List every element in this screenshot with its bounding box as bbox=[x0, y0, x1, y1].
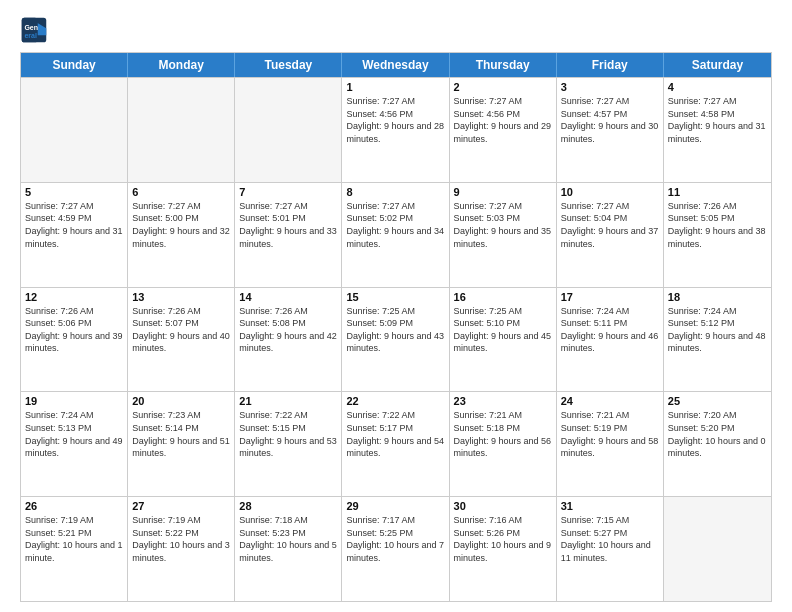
day-header-thursday: Thursday bbox=[450, 53, 557, 77]
day-number: 29 bbox=[346, 500, 444, 512]
day-info: Sunrise: 7:18 AM Sunset: 5:23 PM Dayligh… bbox=[239, 514, 337, 564]
day-info: Sunrise: 7:26 AM Sunset: 5:08 PM Dayligh… bbox=[239, 305, 337, 355]
day-cell-29: 29Sunrise: 7:17 AM Sunset: 5:25 PM Dayli… bbox=[342, 497, 449, 601]
day-header-tuesday: Tuesday bbox=[235, 53, 342, 77]
day-info: Sunrise: 7:27 AM Sunset: 4:56 PM Dayligh… bbox=[454, 95, 552, 145]
day-number: 18 bbox=[668, 291, 767, 303]
day-header-friday: Friday bbox=[557, 53, 664, 77]
day-cell-12: 12Sunrise: 7:26 AM Sunset: 5:06 PM Dayli… bbox=[21, 288, 128, 392]
day-number: 11 bbox=[668, 186, 767, 198]
day-cell-25: 25Sunrise: 7:20 AM Sunset: 5:20 PM Dayli… bbox=[664, 392, 771, 496]
day-cell-21: 21Sunrise: 7:22 AM Sunset: 5:15 PM Dayli… bbox=[235, 392, 342, 496]
day-cell-24: 24Sunrise: 7:21 AM Sunset: 5:19 PM Dayli… bbox=[557, 392, 664, 496]
calendar-row-4: 19Sunrise: 7:24 AM Sunset: 5:13 PM Dayli… bbox=[21, 391, 771, 496]
calendar-body: 1Sunrise: 7:27 AM Sunset: 4:56 PM Daylig… bbox=[21, 77, 771, 601]
day-number: 27 bbox=[132, 500, 230, 512]
day-cell-23: 23Sunrise: 7:21 AM Sunset: 5:18 PM Dayli… bbox=[450, 392, 557, 496]
day-info: Sunrise: 7:21 AM Sunset: 5:19 PM Dayligh… bbox=[561, 409, 659, 459]
empty-cell-w4c6 bbox=[664, 497, 771, 601]
day-cell-15: 15Sunrise: 7:25 AM Sunset: 5:09 PM Dayli… bbox=[342, 288, 449, 392]
day-cell-17: 17Sunrise: 7:24 AM Sunset: 5:11 PM Dayli… bbox=[557, 288, 664, 392]
day-number: 14 bbox=[239, 291, 337, 303]
day-cell-28: 28Sunrise: 7:18 AM Sunset: 5:23 PM Dayli… bbox=[235, 497, 342, 601]
day-cell-10: 10Sunrise: 7:27 AM Sunset: 5:04 PM Dayli… bbox=[557, 183, 664, 287]
day-number: 2 bbox=[454, 81, 552, 93]
day-info: Sunrise: 7:22 AM Sunset: 5:15 PM Dayligh… bbox=[239, 409, 337, 459]
day-cell-16: 16Sunrise: 7:25 AM Sunset: 5:10 PM Dayli… bbox=[450, 288, 557, 392]
day-number: 16 bbox=[454, 291, 552, 303]
day-cell-30: 30Sunrise: 7:16 AM Sunset: 5:26 PM Dayli… bbox=[450, 497, 557, 601]
day-cell-20: 20Sunrise: 7:23 AM Sunset: 5:14 PM Dayli… bbox=[128, 392, 235, 496]
day-info: Sunrise: 7:27 AM Sunset: 5:04 PM Dayligh… bbox=[561, 200, 659, 250]
day-info: Sunrise: 7:27 AM Sunset: 4:56 PM Dayligh… bbox=[346, 95, 444, 145]
day-number: 6 bbox=[132, 186, 230, 198]
day-number: 21 bbox=[239, 395, 337, 407]
day-info: Sunrise: 7:26 AM Sunset: 5:07 PM Dayligh… bbox=[132, 305, 230, 355]
calendar-row-2: 5Sunrise: 7:27 AM Sunset: 4:59 PM Daylig… bbox=[21, 182, 771, 287]
day-info: Sunrise: 7:27 AM Sunset: 4:59 PM Dayligh… bbox=[25, 200, 123, 250]
day-number: 3 bbox=[561, 81, 659, 93]
day-number: 23 bbox=[454, 395, 552, 407]
day-number: 8 bbox=[346, 186, 444, 198]
day-cell-5: 5Sunrise: 7:27 AM Sunset: 4:59 PM Daylig… bbox=[21, 183, 128, 287]
day-info: Sunrise: 7:24 AM Sunset: 5:12 PM Dayligh… bbox=[668, 305, 767, 355]
day-cell-27: 27Sunrise: 7:19 AM Sunset: 5:22 PM Dayli… bbox=[128, 497, 235, 601]
day-header-saturday: Saturday bbox=[664, 53, 771, 77]
logo: Gen eral bbox=[20, 16, 52, 44]
day-number: 10 bbox=[561, 186, 659, 198]
calendar-row-5: 26Sunrise: 7:19 AM Sunset: 5:21 PM Dayli… bbox=[21, 496, 771, 601]
day-cell-22: 22Sunrise: 7:22 AM Sunset: 5:17 PM Dayli… bbox=[342, 392, 449, 496]
day-number: 15 bbox=[346, 291, 444, 303]
day-info: Sunrise: 7:24 AM Sunset: 5:13 PM Dayligh… bbox=[25, 409, 123, 459]
day-header-sunday: Sunday bbox=[21, 53, 128, 77]
svg-text:Gen: Gen bbox=[24, 24, 38, 31]
logo-icon: Gen eral bbox=[20, 16, 48, 44]
day-number: 28 bbox=[239, 500, 337, 512]
day-info: Sunrise: 7:19 AM Sunset: 5:21 PM Dayligh… bbox=[25, 514, 123, 564]
day-info: Sunrise: 7:27 AM Sunset: 5:03 PM Dayligh… bbox=[454, 200, 552, 250]
empty-cell-w0c0 bbox=[21, 78, 128, 182]
day-info: Sunrise: 7:26 AM Sunset: 5:05 PM Dayligh… bbox=[668, 200, 767, 250]
empty-cell-w0c2 bbox=[235, 78, 342, 182]
header: Gen eral bbox=[20, 16, 772, 44]
day-cell-18: 18Sunrise: 7:24 AM Sunset: 5:12 PM Dayli… bbox=[664, 288, 771, 392]
day-info: Sunrise: 7:27 AM Sunset: 5:00 PM Dayligh… bbox=[132, 200, 230, 250]
day-number: 1 bbox=[346, 81, 444, 93]
day-number: 12 bbox=[25, 291, 123, 303]
day-info: Sunrise: 7:27 AM Sunset: 5:01 PM Dayligh… bbox=[239, 200, 337, 250]
calendar: SundayMondayTuesdayWednesdayThursdayFrid… bbox=[20, 52, 772, 602]
day-info: Sunrise: 7:16 AM Sunset: 5:26 PM Dayligh… bbox=[454, 514, 552, 564]
day-info: Sunrise: 7:19 AM Sunset: 5:22 PM Dayligh… bbox=[132, 514, 230, 564]
day-cell-11: 11Sunrise: 7:26 AM Sunset: 5:05 PM Dayli… bbox=[664, 183, 771, 287]
day-info: Sunrise: 7:25 AM Sunset: 5:10 PM Dayligh… bbox=[454, 305, 552, 355]
day-info: Sunrise: 7:27 AM Sunset: 4:58 PM Dayligh… bbox=[668, 95, 767, 145]
day-cell-8: 8Sunrise: 7:27 AM Sunset: 5:02 PM Daylig… bbox=[342, 183, 449, 287]
day-number: 19 bbox=[25, 395, 123, 407]
day-cell-13: 13Sunrise: 7:26 AM Sunset: 5:07 PM Dayli… bbox=[128, 288, 235, 392]
day-cell-4: 4Sunrise: 7:27 AM Sunset: 4:58 PM Daylig… bbox=[664, 78, 771, 182]
day-info: Sunrise: 7:27 AM Sunset: 4:57 PM Dayligh… bbox=[561, 95, 659, 145]
calendar-header: SundayMondayTuesdayWednesdayThursdayFrid… bbox=[21, 53, 771, 77]
day-info: Sunrise: 7:27 AM Sunset: 5:02 PM Dayligh… bbox=[346, 200, 444, 250]
day-number: 25 bbox=[668, 395, 767, 407]
day-info: Sunrise: 7:25 AM Sunset: 5:09 PM Dayligh… bbox=[346, 305, 444, 355]
day-cell-19: 19Sunrise: 7:24 AM Sunset: 5:13 PM Dayli… bbox=[21, 392, 128, 496]
day-number: 7 bbox=[239, 186, 337, 198]
day-cell-7: 7Sunrise: 7:27 AM Sunset: 5:01 PM Daylig… bbox=[235, 183, 342, 287]
day-info: Sunrise: 7:17 AM Sunset: 5:25 PM Dayligh… bbox=[346, 514, 444, 564]
day-number: 24 bbox=[561, 395, 659, 407]
day-info: Sunrise: 7:21 AM Sunset: 5:18 PM Dayligh… bbox=[454, 409, 552, 459]
day-number: 26 bbox=[25, 500, 123, 512]
day-info: Sunrise: 7:26 AM Sunset: 5:06 PM Dayligh… bbox=[25, 305, 123, 355]
day-info: Sunrise: 7:22 AM Sunset: 5:17 PM Dayligh… bbox=[346, 409, 444, 459]
calendar-row-3: 12Sunrise: 7:26 AM Sunset: 5:06 PM Dayli… bbox=[21, 287, 771, 392]
day-header-monday: Monday bbox=[128, 53, 235, 77]
empty-cell-w0c1 bbox=[128, 78, 235, 182]
page: Gen eral SundayMondayTuesdayWednesdayThu… bbox=[0, 0, 792, 612]
day-info: Sunrise: 7:20 AM Sunset: 5:20 PM Dayligh… bbox=[668, 409, 767, 459]
day-number: 31 bbox=[561, 500, 659, 512]
day-number: 4 bbox=[668, 81, 767, 93]
day-info: Sunrise: 7:23 AM Sunset: 5:14 PM Dayligh… bbox=[132, 409, 230, 459]
day-header-wednesday: Wednesday bbox=[342, 53, 449, 77]
day-info: Sunrise: 7:24 AM Sunset: 5:11 PM Dayligh… bbox=[561, 305, 659, 355]
